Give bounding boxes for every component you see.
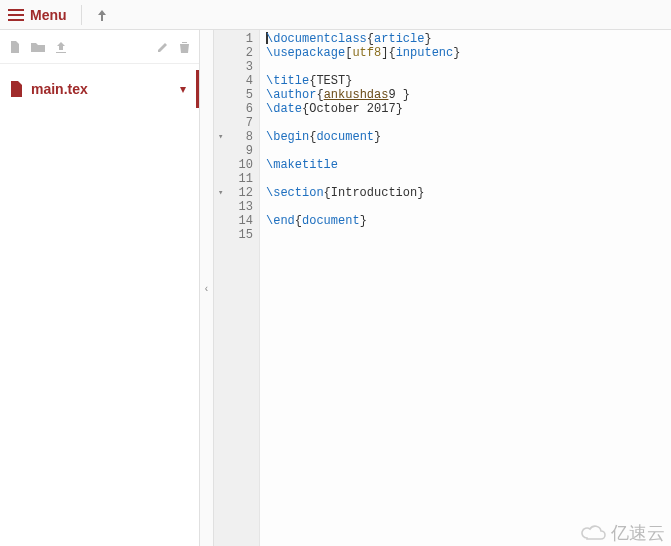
code-line[interactable] — [266, 228, 665, 242]
fold-toggle-icon[interactable]: ▾ — [218, 130, 223, 144]
code-line[interactable] — [266, 200, 665, 214]
new-folder-button[interactable] — [30, 40, 46, 54]
code-line[interactable]: \date{October 2017} — [266, 102, 665, 116]
line-number: 10 — [216, 158, 253, 172]
code-line[interactable] — [266, 172, 665, 186]
code-line[interactable]: \usepackage[utf8]{inputenc} — [266, 46, 665, 60]
line-number: 8▾ — [216, 130, 253, 144]
line-number: 3 — [216, 60, 253, 74]
code-line[interactable]: \section{Introduction} — [266, 186, 665, 200]
file-name-label: main.tex — [31, 81, 180, 97]
code-editor[interactable]: 12345678▾9101112▾131415 \documentclass{a… — [214, 30, 671, 546]
delete-button[interactable] — [178, 40, 191, 54]
sidebar-toolbar — [0, 30, 199, 64]
upload-button[interactable] — [54, 40, 68, 54]
chevron-down-icon: ▾ — [180, 82, 186, 96]
file-icon — [10, 81, 23, 97]
pane-splitter[interactable]: ‹ — [200, 30, 214, 546]
code-line[interactable]: \author{ankushdas9 } — [266, 88, 665, 102]
top-toolbar: Menu — [0, 0, 671, 30]
new-file-button[interactable] — [8, 40, 22, 54]
code-content[interactable]: \documentclass{article}\usepackage[utf8]… — [260, 30, 671, 546]
code-line[interactable] — [266, 60, 665, 74]
line-number-gutter: 12345678▾9101112▾131415 — [214, 30, 260, 546]
line-number: 1 — [216, 32, 253, 46]
main-area: main.tex ▾ ‹ 12345678▾9101112▾131415 \do… — [0, 30, 671, 546]
line-number: 15 — [216, 228, 253, 242]
rename-button[interactable] — [156, 40, 170, 54]
line-number: 7 — [216, 116, 253, 130]
code-line[interactable]: \documentclass{article} — [266, 32, 665, 46]
line-number: 12▾ — [216, 186, 253, 200]
line-number: 2 — [216, 46, 253, 60]
line-number: 11 — [216, 172, 253, 186]
line-number: 13 — [216, 200, 253, 214]
code-line[interactable] — [266, 116, 665, 130]
hamburger-icon — [8, 9, 24, 21]
menu-label: Menu — [30, 7, 67, 23]
code-line[interactable]: \begin{document} — [266, 130, 665, 144]
code-line[interactable] — [266, 144, 665, 158]
code-line[interactable]: \end{document} — [266, 214, 665, 228]
chevron-left-icon: ‹ — [205, 283, 208, 294]
line-number: 4 — [216, 74, 253, 88]
up-level-button[interactable] — [96, 8, 108, 22]
fold-toggle-icon[interactable]: ▾ — [218, 186, 223, 200]
menu-button[interactable]: Menu — [8, 7, 67, 23]
file-item-main-tex[interactable]: main.tex ▾ — [0, 70, 199, 108]
line-number: 9 — [216, 144, 253, 158]
line-number: 6 — [216, 102, 253, 116]
code-line[interactable]: \maketitle — [266, 158, 665, 172]
file-sidebar: main.tex ▾ — [0, 30, 200, 546]
line-number: 14 — [216, 214, 253, 228]
toolbar-divider — [81, 5, 82, 25]
line-number: 5 — [216, 88, 253, 102]
code-line[interactable]: \title{TEST} — [266, 74, 665, 88]
